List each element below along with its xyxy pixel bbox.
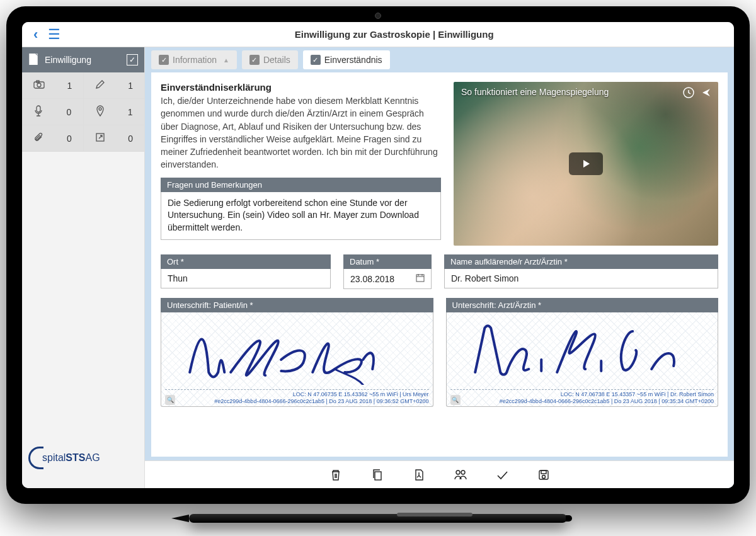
counter-link[interactable]: 0: [83, 125, 144, 152]
logo-arc-icon: [28, 447, 43, 469]
ort-input[interactable]: Thun: [161, 269, 331, 288]
svg-point-11: [461, 470, 465, 474]
pencil-icon: [95, 79, 105, 91]
remarks-label: Fragen und Bemerkungen: [161, 178, 441, 192]
counter-pin[interactable]: 1: [83, 99, 144, 125]
sig-meta-line1: LOC: N 47.06738 E 15.43357 ~55 m WiFi | …: [464, 391, 714, 398]
signature-doctor-ink: [453, 316, 712, 385]
tablet-camera: [375, 13, 381, 19]
calendar-icon[interactable]: [416, 273, 425, 284]
counter-value: 1: [67, 81, 72, 91]
logo-text: spital: [42, 452, 66, 464]
share-icon[interactable]: [701, 87, 712, 101]
logo-text-bold: STS: [66, 452, 85, 464]
counter-grid: 1 1 0: [22, 72, 144, 152]
svg-point-5: [99, 108, 101, 110]
sidebar-header[interactable]: Einwilligung ✓: [22, 47, 144, 72]
counter-value: 1: [128, 107, 133, 117]
field-arzt: Name aufklärende/r Arzt/Ärztin * Dr. Rob…: [444, 254, 718, 289]
video-controls: [683, 87, 712, 101]
declaration-column: Einverständniserklärung Ich, die/der Unt…: [161, 82, 441, 246]
datum-value: 23.08.2018: [350, 274, 394, 284]
signature-doctor-label: Unterschrift: Arzt/Ärztin *: [446, 298, 719, 312]
svg-rect-8: [416, 275, 424, 282]
signature-patient-label: Unterschrift: Patient/in *: [161, 298, 433, 312]
declaration-title: Einverständniserklärung: [161, 82, 441, 93]
signature-patient-meta: 🔍 LOC: N 47.06735 E 15.43362 ~55 m WiFi …: [165, 389, 429, 405]
page-title: Einwilligung zur Gastroskopie | Einwilli…: [60, 29, 728, 40]
ort-value: Thun: [168, 273, 188, 283]
counter-value: 0: [67, 134, 72, 144]
datum-label: Datum *: [343, 254, 432, 269]
sidebar-check-icon: ✓: [127, 54, 138, 66]
field-datum: Datum * 23.08.2018: [343, 254, 432, 289]
declaration-text: Ich, die/der Unterzeichnende habe von di…: [161, 94, 441, 171]
tabs-bar: ✓ Information ▲ ✓ Details ✓ Einverständn…: [145, 47, 734, 72]
counter-camera[interactable]: 1: [22, 72, 83, 99]
magnify-icon[interactable]: 🔍: [450, 395, 461, 405]
sidebar-label: Einwilligung: [45, 55, 91, 65]
check-icon: ✓: [311, 55, 321, 65]
camera-icon: [33, 80, 45, 91]
sig-meta-line1: LOC: N 47.06735 E 15.43362 ~55 m WiFi | …: [179, 391, 429, 398]
bottom-toolbar: [145, 460, 734, 488]
counter-value: 0: [128, 134, 133, 144]
arzt-value: Dr. Robert Simon: [451, 273, 518, 283]
counter-attach[interactable]: 0: [22, 125, 83, 152]
watch-later-icon[interactable]: [683, 87, 694, 101]
counter-edit[interactable]: 1: [83, 72, 144, 99]
datum-input[interactable]: 23.08.2018: [343, 269, 432, 289]
arzt-input[interactable]: Dr. Robert Simon: [444, 269, 718, 288]
signature-doctor-pad[interactable]: 🔍 LOC: N 47.06738 E 15.43357 ~55 m WiFi …: [446, 312, 719, 407]
save-button[interactable]: [536, 467, 552, 483]
tab-information[interactable]: ✓ Information ▲: [151, 50, 237, 69]
svg-rect-9: [375, 472, 381, 480]
app-body: Einwilligung ✓ 1 1: [22, 47, 734, 488]
svg-point-14: [542, 475, 545, 478]
logo-area: spital STS AG: [22, 437, 144, 488]
signatures-row: Unterschrift: Patient/in * 🔍 LOC: N 47: [161, 298, 718, 407]
paperclip-icon: [33, 132, 43, 144]
app-screen: ‹ ☰ Einwilligung zur Gastroskopie | Einw…: [22, 22, 734, 488]
tab-label: Details: [263, 55, 290, 65]
tablet-frame: ‹ ☰ Einwilligung zur Gastroskopie | Einw…: [6, 6, 750, 504]
sig-meta-line2: #e2cc299d-4bbd-4804-0666-296c0c2c1ab5 | …: [179, 398, 429, 405]
check-icon: ✓: [249, 55, 260, 65]
trash-button[interactable]: [328, 467, 344, 483]
ort-label: Ort *: [161, 254, 331, 269]
svg-rect-13: [541, 470, 546, 474]
back-button[interactable]: ‹: [28, 24, 43, 45]
list-icon[interactable]: ☰: [48, 26, 60, 43]
magnify-icon[interactable]: 🔍: [165, 395, 175, 405]
tab-details[interactable]: ✓ Details: [242, 50, 298, 69]
app-header: ‹ ☰ Einwilligung zur Gastroskopie | Einw…: [22, 22, 734, 47]
svg-point-2: [37, 83, 41, 87]
video-player[interactable]: So funktioniert eine Magenspiegelung: [454, 82, 718, 246]
counter-value: 0: [66, 107, 71, 117]
declaration-row: Einverständniserklärung Ich, die/der Unt…: [161, 82, 718, 246]
tab-label: Einverständnis: [324, 55, 382, 65]
pin-icon: [96, 105, 105, 118]
signature-doctor-meta: 🔍 LOC: N 47.06738 E 15.43357 ~55 m WiFi …: [450, 389, 714, 405]
video-title: So funktioniert eine Magenspiegelung: [461, 87, 609, 97]
tab-consent[interactable]: ✓ Einverständnis: [303, 50, 390, 69]
check-icon: ✓: [159, 55, 169, 65]
pdf-button[interactable]: [411, 467, 427, 483]
signature-doctor: Unterschrift: Arzt/Ärztin * 🔍 LOC: N 47.…: [446, 298, 719, 407]
remarks-textarea[interactable]: Die Sedierung erfolgt vorbereitend schon…: [161, 192, 441, 240]
document-icon: [28, 54, 38, 67]
signature-patient-ink: [168, 316, 427, 385]
copy-button[interactable]: [369, 467, 386, 483]
chevron-up-icon: ▲: [223, 57, 229, 64]
share-users-button[interactable]: [452, 467, 469, 483]
play-button[interactable]: [569, 152, 603, 175]
sig-meta-line2: #e2cc299d-4bbd-4804-0666-296c0c2c1ab5 | …: [464, 398, 714, 405]
signature-patient-pad[interactable]: 🔍 LOC: N 47.06735 E 15.43362 ~55 m WiFi …: [161, 312, 433, 407]
counter-mic[interactable]: 0: [22, 99, 83, 125]
arzt-label: Name aufklärende/r Arzt/Ärztin *: [444, 254, 718, 269]
signature-patient: Unterschrift: Patient/in * 🔍 LOC: N 47: [161, 298, 433, 407]
confirm-button[interactable]: [494, 467, 510, 483]
stylus-pen: [189, 514, 567, 523]
content-area: ✓ Information ▲ ✓ Details ✓ Einverständn…: [145, 47, 734, 488]
logo-text-suffix: AG: [85, 452, 100, 464]
